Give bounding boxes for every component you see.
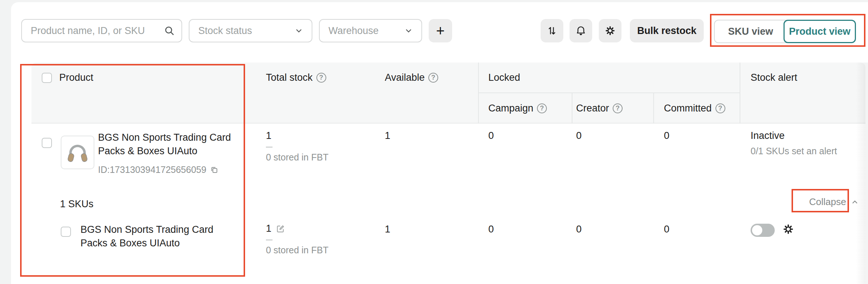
select-all-checkbox[interactable] [42,73,52,83]
bulk-restock-label: Bulk restock [637,25,696,37]
stock-alert-toggle[interactable] [751,224,775,237]
alert-status: Inactive [751,130,837,141]
help-icon[interactable]: ? [613,103,623,113]
sku-group-row: 1 SKUs Collapse [31,190,865,219]
product-id: ID:1731303941725656059 [98,164,206,175]
warehouse-select[interactable]: Warehouse [319,19,422,42]
stock-underline [266,147,273,148]
available-value: 1 [385,130,390,141]
fbt-note: 0 stored in FBT [266,245,328,255]
collapse-label: Collapse [809,196,846,208]
sku-view-button[interactable]: SKU view [714,20,787,43]
product-name: BGS Non Sports Trading Card Packs & Boxe… [98,131,248,158]
campaign-locked-value: 0 [488,130,494,141]
scroll-gutter [865,63,868,284]
stock-status-label: Stock status [198,25,252,37]
edit-icon[interactable] [276,224,285,234]
search-icon[interactable] [164,25,175,36]
stock-underline [266,239,273,241]
table-header: Product Total stock ? Available ? Locked… [31,63,865,124]
headphones-image [64,139,91,166]
chevron-down-icon [294,26,304,35]
search-box[interactable] [21,19,182,42]
creator-locked-value: 0 [576,224,582,235]
help-icon[interactable]: ? [715,103,725,113]
add-filter-button[interactable]: + [429,19,452,42]
copy-icon[interactable] [210,166,219,174]
column-product: Product [59,72,93,83]
bulk-restock-button[interactable]: Bulk restock [630,19,704,42]
creator-locked-value: 0 [576,130,582,141]
sku-view-label: SKU view [728,26,773,37]
total-stock-value: 1 [266,130,271,141]
chevron-down-icon [404,26,413,35]
toggle-knob [752,225,762,235]
column-locked: Locked [488,72,520,83]
sku-total-stock-value: 1 [266,223,271,234]
table-row-product: BGS Non Sports Trading Card Packs & Boxe… [31,124,865,190]
help-icon[interactable]: ? [428,73,438,83]
chevron-up-icon [850,198,859,207]
campaign-locked-value: 0 [488,224,494,235]
warehouse-label: Warehouse [328,25,379,37]
settings-button[interactable] [599,19,621,42]
product-view-label: Product view [789,26,850,37]
column-stock-alert: Stock alert [751,72,797,83]
sku-name: BGS Non Sports Trading Card Packs & Boxe… [80,223,230,250]
inventory-page: Stock status Warehouse + [0,0,868,284]
fbt-note: 0 stored in FBT [266,152,328,163]
gear-icon [604,25,616,37]
committed-locked-value: 0 [664,224,669,235]
bell-icon [575,25,587,37]
column-creator: Creator [576,103,609,114]
total-stock-cell: 1 0 stored in FBT [266,130,328,163]
alert-note: 0/1 SKUs set an alert [751,146,837,156]
help-icon[interactable]: ? [537,103,547,113]
plus-icon: + [436,23,444,38]
content-card: Stock status Warehouse + [11,2,868,284]
notifications-button[interactable] [570,19,592,42]
table-row-sku: BGS Non Sports Trading Card Packs & Boxe… [31,219,865,284]
header-divider [653,92,654,124]
column-committed: Committed [664,103,712,114]
column-available: Available [385,72,425,83]
table-body: BGS Non Sports Trading Card Packs & Boxe… [31,124,865,284]
header-divider [740,63,740,124]
product-view-button[interactable]: Product view [784,20,856,43]
help-icon[interactable]: ? [316,73,326,83]
product-image [61,136,94,169]
sku-count-label: 1 SKUs [60,198,94,210]
sku-total-stock-cell: 1 0 stored in FBT [266,223,328,255]
column-campaign: Campaign [488,103,533,114]
header-divider [478,92,740,93]
inventory-table: Product Total stock ? Available ? Locked… [31,63,865,284]
sort-icon [546,25,558,37]
collapse-button[interactable]: Collapse [809,196,859,208]
stock-status-select[interactable]: Stock status [189,19,312,42]
gear-icon [782,223,794,235]
stock-alert-cell: Inactive 0/1 SKUs set an alert [751,130,837,156]
available-value: 1 [385,224,390,235]
sku-alert-settings-button[interactable] [782,223,794,235]
column-total-stock: Total stock [266,72,313,83]
row-checkbox[interactable] [61,227,71,237]
toolbar: Stock status Warehouse + [11,2,868,61]
search-input[interactable] [22,25,164,37]
sort-button[interactable] [541,19,563,42]
header-divider [572,92,572,124]
row-checkbox[interactable] [42,138,52,148]
committed-locked-value: 0 [664,130,669,141]
